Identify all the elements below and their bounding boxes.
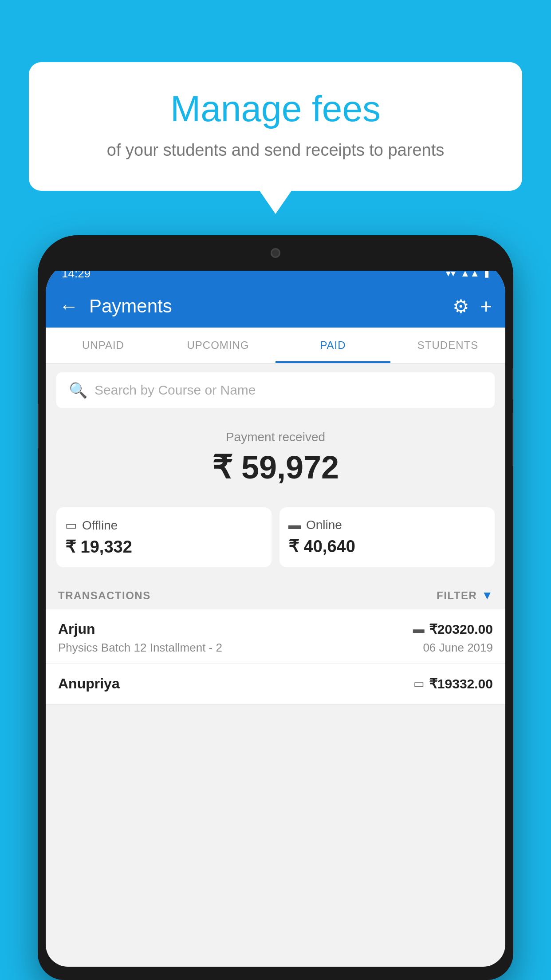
phone-device: 14:29 ▾▾ ▲▲ ▮ ← Payments ⚙ + UNPAID UPCO… — [38, 235, 513, 980]
transaction-amount: ₹20320.00 — [429, 621, 493, 637]
search-input[interactable]: Search by Course or Name — [94, 383, 256, 398]
settings-icon[interactable]: ⚙ — [453, 296, 469, 317]
camera — [271, 248, 280, 258]
transaction-amount-2: ₹19332.00 — [429, 676, 493, 692]
power-button-bottom — [512, 413, 513, 466]
online-icon: ▬ — [288, 518, 301, 532]
transaction-name: Arjun — [58, 621, 95, 637]
tab-paid[interactable]: PAID — [276, 328, 390, 363]
page-title: Payments — [89, 296, 442, 317]
table-row[interactable]: Anupriya ▭ ₹19332.00 — [46, 664, 505, 705]
offline-amount: ₹ 19,332 — [65, 537, 132, 557]
filter-section[interactable]: FILTER ▼ — [437, 589, 493, 602]
table-row[interactable]: Arjun ▬ ₹20320.00 Physics Batch 12 Insta… — [46, 609, 505, 664]
volume-button — [38, 404, 39, 448]
tab-students[interactable]: STUDENTS — [390, 328, 505, 363]
online-card-top: ▬ Online — [288, 518, 342, 532]
transaction-name-2: Anupriya — [58, 676, 120, 692]
card-payment-icon: ▬ — [413, 622, 425, 636]
power-button-top — [512, 368, 513, 399]
notch-area — [38, 235, 513, 271]
filter-icon: ▼ — [481, 589, 493, 602]
transactions-header: TRANSACTIONS FILTER ▼ — [46, 578, 505, 609]
bubble-subtitle: of your students and send receipts to pa… — [60, 138, 491, 162]
transaction-amount-wrap-2: ▭ ₹19332.00 — [413, 676, 493, 692]
tab-unpaid[interactable]: UNPAID — [46, 328, 161, 363]
payment-cards: ▭ Offline ₹ 19,332 ▬ Online ₹ 40,640 — [46, 507, 505, 578]
add-button[interactable]: + — [480, 294, 492, 318]
notch — [231, 242, 320, 264]
phone-screen: 14:29 ▾▾ ▲▲ ▮ ← Payments ⚙ + UNPAID UPCO… — [46, 262, 505, 967]
transaction-list: Arjun ▬ ₹20320.00 Physics Batch 12 Insta… — [46, 609, 505, 705]
offline-label: Offline — [82, 518, 118, 533]
app-header: ← Payments ⚙ + — [46, 285, 505, 328]
tab-upcoming[interactable]: UPCOMING — [161, 328, 276, 363]
online-label: Online — [306, 518, 342, 532]
offline-card-top: ▭ Offline — [65, 518, 118, 533]
transactions-label: TRANSACTIONS — [58, 589, 151, 602]
payment-amount: ₹ 59,972 — [56, 449, 495, 486]
filter-label: FILTER — [437, 589, 477, 602]
transaction-top-row-2: Anupriya ▭ ₹19332.00 — [58, 676, 493, 692]
bubble-title: Manage fees — [60, 89, 491, 129]
tabs-container: UNPAID UPCOMING PAID STUDENTS — [46, 328, 505, 364]
back-button[interactable]: ← — [59, 295, 79, 317]
payment-summary: Payment received ₹ 59,972 — [46, 417, 505, 507]
transaction-course: Physics Batch 12 Installment - 2 — [58, 641, 222, 655]
transaction-date: 06 June 2019 — [423, 641, 493, 655]
transaction-amount-wrap: ▬ ₹20320.00 — [413, 621, 493, 637]
search-container: 🔍 Search by Course or Name — [46, 364, 505, 417]
payment-received-label: Payment received — [56, 430, 495, 444]
online-payment-card: ▬ Online ₹ 40,640 — [279, 507, 495, 567]
offline-payment-card: ▭ Offline ₹ 19,332 — [56, 507, 272, 567]
online-amount: ₹ 40,640 — [288, 537, 355, 556]
cash-payment-icon: ▭ — [413, 677, 425, 691]
search-icon: 🔍 — [69, 381, 87, 399]
speech-bubble: Manage fees of your students and send re… — [29, 62, 522, 191]
offline-icon: ▭ — [65, 518, 77, 533]
transaction-bottom-row: Physics Batch 12 Installment - 2 06 June… — [58, 641, 493, 655]
transaction-top-row: Arjun ▬ ₹20320.00 — [58, 621, 493, 637]
search-bar[interactable]: 🔍 Search by Course or Name — [56, 372, 495, 408]
